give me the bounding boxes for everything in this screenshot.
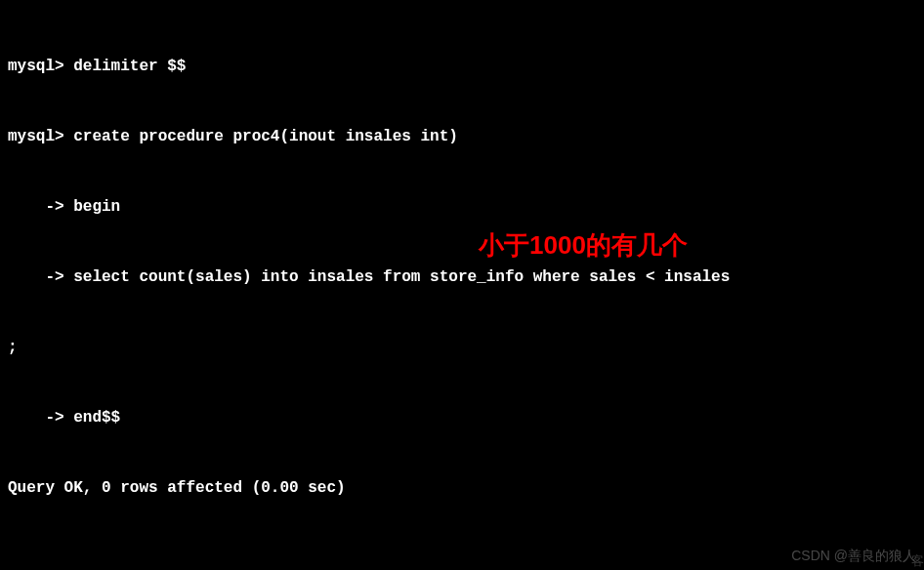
terminal-line: mysql> create procedure proc4(inout insa… [8,125,916,148]
watermark-corner: 客 [911,551,924,571]
terminal-line [8,547,916,570]
terminal-line: -> end$$ [8,406,916,429]
terminal-line: Query OK, 0 rows affected (0.00 sec) [8,476,916,500]
terminal-line: -> select count(sales) into insales from… [8,265,916,289]
watermark-text: CSDN @善良的狼人 [791,546,916,566]
terminal-output: mysql> delimiter $$ mysql> create proced… [8,8,916,570]
terminal-line: mysql> delimiter $$ [8,55,916,78]
terminal-line: -> begin [8,195,916,219]
annotation-text: 小于1000的有几个 [479,226,688,265]
terminal-line: ; [8,336,916,359]
